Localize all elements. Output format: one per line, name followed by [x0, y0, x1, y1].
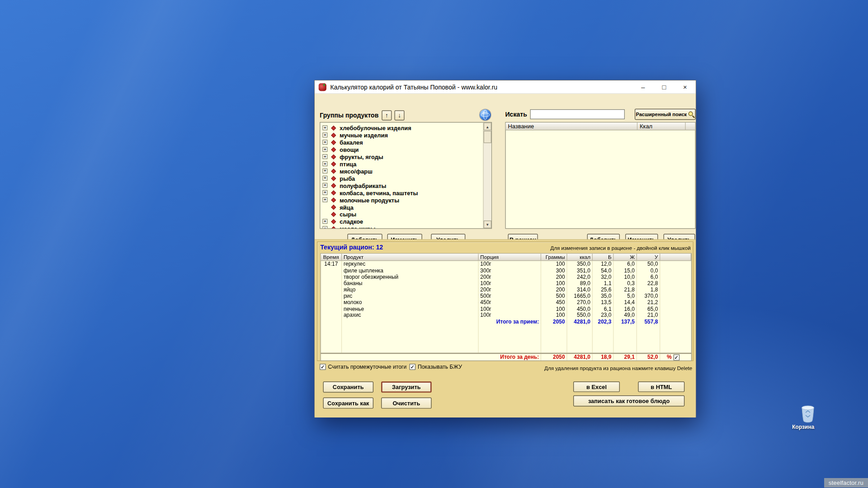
- expand-icon[interactable]: +: [322, 147, 327, 152]
- bju-checkbox[interactable]: ✓ Показывать БЖУ: [410, 364, 462, 370]
- move-up-button[interactable]: ↑: [382, 110, 392, 120]
- cell-b: [593, 324, 614, 331]
- expand-icon[interactable]: +: [322, 219, 327, 224]
- expand-icon[interactable]: +: [322, 132, 327, 137]
- ration-row[interactable]: филе цыпленка300г300351,054,015,00,0: [321, 267, 691, 273]
- group-label: мучные изделия: [340, 131, 388, 138]
- ration-row[interactable]: [321, 343, 691, 350]
- ration-row[interactable]: [321, 350, 691, 353]
- search-input[interactable]: [530, 109, 625, 119]
- tree-item[interactable]: +масла-жиры: [321, 225, 482, 229]
- tree-item[interactable]: +мучные изделия: [321, 131, 482, 139]
- app-window: Калькулятор калорий от Татьяны Поповой -…: [314, 80, 696, 418]
- ration-row[interactable]: Итого за прием:20504281,0202,3137,5557,8: [321, 318, 691, 324]
- ration-row[interactable]: арахис100г100550,023,049,021,0: [321, 312, 691, 318]
- cell-b: [593, 337, 614, 343]
- ration-row[interactable]: [321, 324, 691, 331]
- cell-gram: 100: [541, 280, 567, 286]
- subtotals-checkbox[interactable]: ✓ Считать промежуточные итоги: [320, 364, 406, 370]
- group-icon: [331, 197, 336, 202]
- cell-u: 65,0: [637, 305, 660, 312]
- cell-kcal: [567, 337, 593, 343]
- expand-icon[interactable]: +: [322, 161, 327, 166]
- expand-icon[interactable]: +: [322, 154, 327, 159]
- tree-item[interactable]: +полуфабрикаты: [321, 182, 482, 189]
- ration-row[interactable]: молоко450г450270,013,514,421,2: [321, 299, 691, 305]
- cell-x: [660, 293, 691, 299]
- expand-icon[interactable]: +: [322, 183, 327, 188]
- titlebar[interactable]: Калькулятор калорий от Татьяны Поповой -…: [315, 80, 695, 94]
- tree-item[interactable]: +бакалея: [321, 139, 482, 146]
- tree-item[interactable]: +хлебобулочные изделия: [321, 124, 482, 131]
- expand-icon[interactable]: +: [322, 169, 327, 174]
- subtotals-checkbox-label: Считать промежуточные итоги: [328, 364, 407, 370]
- export-html-button[interactable]: в HTML: [638, 381, 684, 392]
- tree-item[interactable]: яйца: [321, 203, 482, 211]
- cell-port: 100г: [479, 305, 541, 312]
- tree-scrollbar[interactable]: ▲ ▼: [483, 122, 491, 228]
- ration-row[interactable]: рис500г5001665,035,05,0370,0: [321, 293, 691, 299]
- tree-item[interactable]: +сладкое: [321, 218, 482, 225]
- col-product[interactable]: Продукт: [342, 253, 478, 260]
- save-as-button[interactable]: Сохранить как: [323, 398, 373, 408]
- ration-row[interactable]: 14:17геркулес100г100350,012,06,050,0: [321, 261, 691, 267]
- col-portion[interactable]: Порция: [479, 253, 541, 260]
- tree-item[interactable]: +рыба: [321, 174, 482, 182]
- cell-time: [321, 267, 342, 273]
- expand-icon[interactable]: +: [322, 226, 327, 229]
- ration-row[interactable]: творог обезжиренный200г200242,032,010,06…: [321, 274, 691, 280]
- clear-button[interactable]: Очистить: [381, 398, 431, 408]
- ration-row[interactable]: яйцо200г200314,025,621,81,8: [321, 286, 691, 293]
- expand-icon[interactable]: +: [322, 197, 327, 202]
- cell-gram: 200: [541, 286, 567, 293]
- maximize-button[interactable]: □: [654, 80, 675, 94]
- save-button[interactable]: Сохранить: [323, 381, 373, 392]
- tree-item[interactable]: +птица: [321, 160, 482, 168]
- export-excel-button[interactable]: в Excel: [573, 381, 620, 392]
- tree-item[interactable]: +овощи: [321, 146, 482, 153]
- save-as-dish-button[interactable]: записать как готовое блюдо: [573, 395, 684, 406]
- col-protein[interactable]: Б: [593, 253, 614, 260]
- scroll-up-button[interactable]: ▲: [484, 122, 491, 130]
- col-grams[interactable]: Граммы: [541, 253, 567, 260]
- load-button[interactable]: Загрузить: [381, 381, 431, 392]
- col-fat[interactable]: Ж: [613, 253, 637, 260]
- col-name-header[interactable]: Название: [506, 122, 637, 130]
- cell-prod: геркулес: [342, 261, 478, 267]
- col-kcal-header[interactable]: Ккал: [637, 122, 686, 130]
- ration-row[interactable]: бананы100г10089,01,10,322,8: [321, 280, 691, 286]
- cell-b: 23,0: [593, 312, 614, 318]
- scroll-down-button[interactable]: ▼: [484, 221, 491, 228]
- expand-icon[interactable]: +: [322, 140, 327, 145]
- tree-item[interactable]: сыры: [321, 211, 482, 218]
- ration-row[interactable]: печенье100г100450,06,116,065,0: [321, 305, 691, 312]
- subtotals-check-icon: ✓: [320, 364, 326, 370]
- tree-item[interactable]: +молочные продукты: [321, 196, 482, 203]
- cell-gram: 200: [541, 274, 567, 280]
- col-kcal[interactable]: ккал: [567, 253, 593, 260]
- expand-icon[interactable]: +: [322, 125, 327, 130]
- tree-item[interactable]: +мясо/фарш: [321, 167, 482, 174]
- cell-u: 370,0: [637, 293, 660, 299]
- close-button[interactable]: ×: [675, 80, 696, 94]
- cell-kcal: 242,0: [567, 274, 593, 280]
- percent-checkbox[interactable]: ✓: [673, 354, 679, 360]
- recycle-bin[interactable]: Корзина: [792, 405, 824, 423]
- ration-row[interactable]: [321, 337, 691, 343]
- expand-icon[interactable]: +: [322, 190, 327, 195]
- ration-row[interactable]: [321, 331, 691, 337]
- advanced-search-button[interactable]: Расширенный поиск: [635, 109, 696, 120]
- cell-time: [321, 274, 342, 280]
- tree-item[interactable]: +фрукты, ягоды: [321, 153, 482, 160]
- cell-prod: печенье: [342, 305, 478, 312]
- move-down-button[interactable]: ↓: [395, 110, 405, 120]
- col-time[interactable]: Время: [321, 253, 342, 260]
- tree-item[interactable]: +колбаса, ветчина, паштеты: [321, 189, 482, 196]
- expand-icon[interactable]: +: [322, 176, 327, 181]
- cell-zh: 10,0: [613, 274, 637, 280]
- col-carbs[interactable]: У: [637, 253, 660, 260]
- globe-icon[interactable]: [480, 109, 491, 120]
- scroll-thumb[interactable]: [484, 131, 491, 143]
- group-label: яйца: [340, 204, 354, 211]
- minimize-button[interactable]: –: [632, 80, 654, 94]
